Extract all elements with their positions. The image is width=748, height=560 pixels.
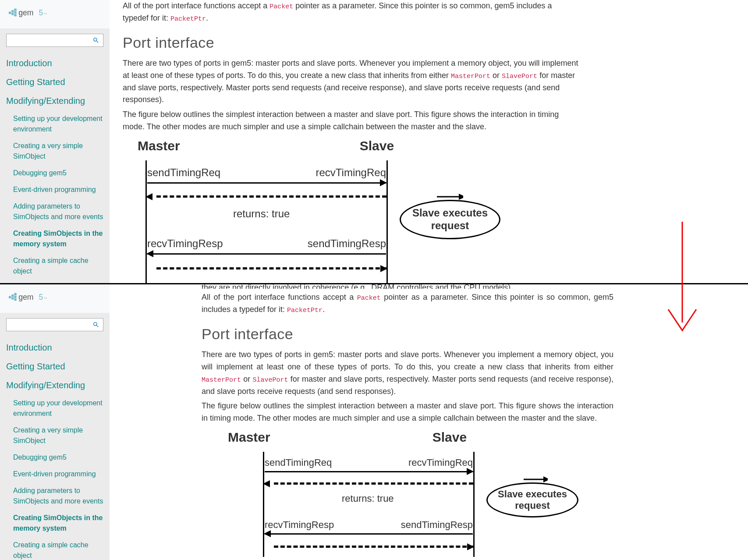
send-timing-req-label: sendTimingReq [147, 167, 220, 179]
svg-rect-1 [11, 10, 14, 12]
svg-rect-13 [11, 297, 14, 299]
code-slaveport: SlavePort [502, 73, 537, 80]
code-masterport: MasterPort [451, 73, 490, 80]
main-content-bottom: they are not directly involved in cohere… [188, 284, 627, 560]
slave-executes-label-2: Slave executes request [486, 482, 578, 517]
search-input-2[interactable] [10, 321, 92, 328]
text: or [490, 71, 502, 80]
svg-marker-20 [543, 476, 548, 482]
nav-section-modifying[interactable]: Modifying/Extending [0, 92, 110, 110]
sidebar-header: gem 5 ™ [0, 0, 110, 28]
paragraph-ports: There are two types of ports in gem5: ma… [123, 57, 578, 106]
svg-text:5: 5 [39, 293, 43, 301]
paragraph-packet-2: All of the port interface functions acce… [202, 291, 613, 316]
nav-item-cache[interactable]: Creating a simple cache object [0, 252, 110, 280]
text: or [241, 375, 253, 383]
code-packet-2: Packet [357, 294, 381, 302]
nav-item-debugging[interactable]: Debugging gem5 [0, 165, 110, 181]
sidebar: gem 5 ™ Introduction Getting Started Mod… [0, 0, 110, 283]
paragraph-packet: All of the port interface functions acce… [123, 0, 578, 25]
code-slaveport-2: SlavePort [253, 376, 288, 384]
svg-rect-2 [11, 13, 14, 15]
svg-rect-11 [9, 296, 11, 298]
slave-label: Slave [360, 138, 394, 153]
code-packet: Packet [269, 3, 293, 11]
nav-item-event[interactable]: Event-driven programming [0, 181, 110, 198]
gem5-logo-2: gem 5 ™ [9, 291, 59, 303]
svg-text:gem: gem [18, 8, 33, 17]
code-masterport-2: MasterPort [202, 376, 241, 384]
svg-text:gem: gem [18, 293, 33, 301]
paragraph-figure-2: The figure below outlines the simplest i… [202, 400, 613, 425]
nav-item-params[interactable]: Adding parameters to SimObjects and more… [0, 198, 110, 225]
search-box-2[interactable] [6, 318, 103, 331]
send-timing-req-label-2: sendTimingReq [265, 457, 332, 468]
recv-timing-req-label: recvTimingReq [316, 167, 386, 179]
nav-item-params-2[interactable]: Adding parameters to SimObjects and more… [0, 482, 110, 510]
svg-rect-15 [14, 296, 16, 298]
svg-rect-14 [14, 293, 16, 295]
red-arrow-annotation [665, 222, 700, 340]
search-input[interactable] [10, 37, 92, 44]
nav-item-setup[interactable]: Setting up your development environment [0, 110, 110, 138]
nav-section-introduction-2[interactable]: Introduction [0, 338, 110, 357]
text: All of the port interface functions acce… [202, 293, 357, 301]
recv-timing-resp-label: recvTimingResp [147, 237, 223, 250]
svg-rect-5 [14, 14, 16, 16]
sidebar-2: gem 5 ™ Introduction Getting Started Mod… [0, 284, 110, 560]
nav-item-simobject-2[interactable]: Creating a very simple SimObject [0, 422, 110, 449]
main-content-top: All of the port interface functions acce… [110, 0, 592, 283]
code-packetptr-2: PacketPtr [287, 307, 323, 314]
text: There are two types of ports in gem5: ma… [202, 350, 613, 371]
svg-text:5: 5 [39, 8, 43, 17]
slave-executes-label: Slave executes request [400, 200, 500, 239]
nav-item-event-2[interactable]: Event-driven programming [0, 466, 110, 482]
master-label-2: Master [228, 430, 270, 445]
search-icon-2[interactable] [92, 321, 99, 328]
nav-item-simobject[interactable]: Creating a very simple SimObject [0, 138, 110, 165]
paragraph-ports-2: There are two types of ports in gem5: ma… [202, 349, 613, 398]
send-timing-resp-label-2: sendTimingResp [401, 519, 473, 531]
search-icon[interactable] [92, 37, 99, 44]
master-label: Master [138, 138, 180, 153]
sidebar-nav-2: Introduction Getting Started Modifying/E… [0, 337, 110, 560]
sidebar-nav: Introduction Getting Started Modifying/E… [0, 52, 110, 281]
nav-section-getting-started-2[interactable]: Getting Started [0, 357, 110, 376]
text: . [323, 305, 325, 314]
returns-label: returns: true [233, 208, 290, 220]
cutoff-line: they are not directly involved in cohere… [202, 282, 613, 289]
nav-item-cache-2[interactable]: Creating a simple cache object [0, 537, 110, 560]
svg-text:™: ™ [44, 297, 47, 301]
svg-rect-3 [14, 9, 16, 11]
nav-section-introduction[interactable]: Introduction [0, 54, 110, 73]
slave-label-2: Slave [432, 430, 467, 445]
recv-timing-resp-label-2: recvTimingResp [265, 519, 334, 531]
svg-rect-16 [14, 298, 16, 301]
nav-section-getting-started[interactable]: Getting Started [0, 73, 110, 92]
text: . [206, 14, 208, 22]
nav-section-modifying-2[interactable]: Modifying/Extending [0, 376, 110, 395]
code-packetptr: PacketPtr [170, 15, 206, 23]
nav-item-setup-2[interactable]: Setting up your development environment [0, 395, 110, 422]
svg-rect-12 [11, 294, 14, 297]
gem5-logo: gem 5 ™ [9, 7, 59, 19]
svg-marker-9 [459, 194, 463, 200]
svg-text:™: ™ [44, 12, 47, 16]
nav-item-memory[interactable]: Creating SimObjects in the memory system [0, 225, 110, 252]
timing-diagram-2: Master Slave sendTimingReq recvTimingReq… [202, 430, 613, 557]
search-container-2 [0, 313, 110, 337]
search-container [0, 28, 110, 52]
port-interface-heading: Port interface [123, 34, 578, 51]
nav-item-memory-2[interactable]: Creating SimObjects in the memory system [0, 510, 110, 537]
returns-label-2: returns: true [342, 493, 394, 504]
svg-rect-0 [9, 12, 11, 14]
search-box[interactable] [6, 34, 103, 47]
svg-rect-4 [14, 11, 16, 14]
sidebar-header-2: gem 5 ™ [0, 284, 110, 313]
port-interface-heading-2: Port interface [202, 326, 613, 343]
send-timing-resp-label: sendTimingResp [308, 237, 386, 250]
paragraph-figure: The figure below outlines the simplest i… [123, 109, 578, 133]
text: All of the port interface functions acce… [123, 1, 269, 10]
timing-diagram: Master Slave sendTimingReq recvTimingReq… [123, 138, 578, 283]
nav-item-debugging-2[interactable]: Debugging gem5 [0, 449, 110, 466]
